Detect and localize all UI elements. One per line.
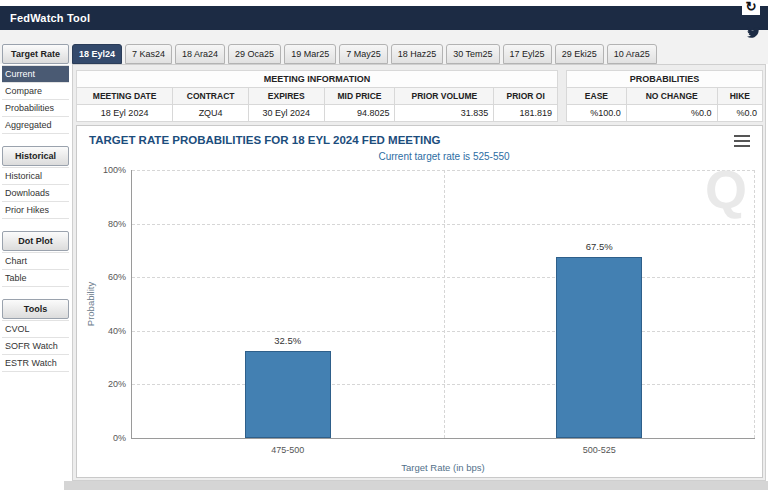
sidebar-item-aggregated[interactable]: Aggregated xyxy=(2,117,69,134)
sidebar-item-compare[interactable]: Compare xyxy=(2,83,69,100)
meeting-header-contract: CONTRACT xyxy=(173,88,249,105)
bar-500-525[interactable] xyxy=(556,257,642,438)
tab-18-eyl24[interactable]: 18 Eyl24 xyxy=(72,44,122,64)
probabilities-table: PROBABILITIESEASENO CHANGEHIKE%100.0%0.0… xyxy=(566,70,763,122)
meeting-value-3: 94.8025 xyxy=(324,105,395,122)
sidebar-navigation: Target RateCurrentCompareProbabilitiesAg… xyxy=(2,44,69,372)
bar-475-500[interactable] xyxy=(245,351,331,438)
sidebar-item-prior-hikes[interactable]: Prior Hikes xyxy=(2,202,69,219)
probabilities-header-ease: EASE xyxy=(567,88,627,105)
tab-7-may25[interactable]: 7 May25 xyxy=(339,44,388,64)
twitter-icon[interactable] xyxy=(746,25,761,38)
meeting-title: MEETING INFORMATION xyxy=(77,71,558,88)
app-header-bar: FedWatch Tool xyxy=(0,6,768,30)
y-tick-label-60: 60% xyxy=(78,272,126,282)
meeting-date-tabs: 18 Eyl247 Kas2418 Ara2429 Oca2519 Mar257… xyxy=(72,44,657,64)
bar-value-label-475-500: 32.5% xyxy=(274,335,301,346)
fedwatch-tool-window: FedWatch Tool ↻ 18 Eyl247 Kas2418 Ara242… xyxy=(0,0,768,490)
sidebar-item-downloads[interactable]: Downloads xyxy=(2,185,69,202)
x-category-label-500-525: 500-525 xyxy=(583,445,616,455)
main-content-area: MEETING INFORMATIONMEETING DATECONTRACTE… xyxy=(72,64,766,481)
tab-18-ara24[interactable]: 18 Ara24 xyxy=(175,44,225,64)
sidebar-item-sofr-watch[interactable]: SOFR Watch xyxy=(2,338,69,355)
bottom-scrollbar-strip[interactable] xyxy=(64,481,768,490)
v-gridline-1 xyxy=(754,170,755,438)
meeting-information-table: MEETING INFORMATIONMEETING DATECONTRACTE… xyxy=(76,70,558,122)
probabilities-header-no-change: NO CHANGE xyxy=(626,88,717,105)
y-axis-title: Probability xyxy=(85,282,96,326)
tab-17-eyl25[interactable]: 17 Eyl25 xyxy=(503,44,552,64)
y-tick-label-100: 100% xyxy=(78,165,126,175)
tab-10-ara25[interactable]: 10 Ara25 xyxy=(607,44,657,64)
app-title: FedWatch Tool xyxy=(0,12,90,24)
tab-29-oca25[interactable]: 29 Oca25 xyxy=(228,44,281,64)
meeting-header-prior-volume: PRIOR VOLUME xyxy=(395,88,494,105)
chart-title: TARGET RATE PROBABILITIES FOR 18 EYL 202… xyxy=(89,134,440,146)
probabilities-value-0: %100.0 xyxy=(567,105,627,122)
probabilities-value-1: %0.0 xyxy=(626,105,717,122)
chart-subtitle: Current target rate is 525-550 xyxy=(132,151,756,162)
v-gridline-0 xyxy=(444,170,445,438)
probabilities-header-hike: HIKE xyxy=(717,88,762,105)
refresh-icon[interactable]: ↻ xyxy=(742,0,760,15)
tab-7-kas24[interactable]: 7 Kas24 xyxy=(125,44,172,64)
sidebar-item-table[interactable]: Table xyxy=(2,270,69,287)
sidebar-item-historical[interactable]: Historical xyxy=(2,167,69,185)
tab-30-tem25[interactable]: 30 Tem25 xyxy=(446,44,499,64)
sidebar-item-probabilities[interactable]: Probabilities xyxy=(2,100,69,117)
y-tick-label-80: 80% xyxy=(78,219,126,229)
meeting-value-0: 18 Eyl 2024 xyxy=(77,105,173,122)
meeting-value-1: ZQU4 xyxy=(173,105,249,122)
meeting-header-expires: EXPIRES xyxy=(249,88,325,105)
meeting-header-mid-price: MID PRICE xyxy=(324,88,395,105)
sidebar-item-cvol[interactable]: CVOL xyxy=(2,320,69,338)
probabilities-value-2: %0.0 xyxy=(717,105,762,122)
meeting-header-meeting-date: MEETING DATE xyxy=(77,88,173,105)
y-tick-label-20: 20% xyxy=(78,379,126,389)
meeting-value-5: 181.819 xyxy=(494,105,558,122)
sidebar-group-tools[interactable]: Tools xyxy=(2,299,69,319)
bar-value-label-500-525: 67.5% xyxy=(586,241,613,252)
chart-menu-icon[interactable] xyxy=(734,135,750,147)
tab-19-mar25[interactable]: 19 Mar25 xyxy=(284,44,336,64)
meeting-value-4: 31.835 xyxy=(395,105,494,122)
sidebar-group-dot-plot[interactable]: Dot Plot xyxy=(2,231,69,251)
bar-chart-plot-area: 0%20%40%60%80%100%Q32.5%475-50067.5%500-… xyxy=(131,170,755,439)
sidebar-item-current[interactable]: Current xyxy=(2,65,69,83)
meeting-value-2: 30 Eyl 2024 xyxy=(249,105,325,122)
sidebar-group-target-rate[interactable]: Target Rate xyxy=(2,44,69,64)
tab-29-eki25[interactable]: 29 Eki25 xyxy=(555,44,604,64)
x-axis-title: Target Rate (in bps) xyxy=(131,462,755,473)
cme-watermark-logo: Q xyxy=(705,162,747,216)
sidebar-group-historical[interactable]: Historical xyxy=(2,146,69,166)
tab-18-haz25[interactable]: 18 Haz25 xyxy=(391,44,444,64)
probabilities-title: PROBABILITIES xyxy=(567,71,763,88)
y-tick-label-40: 40% xyxy=(78,326,126,336)
y-tick-label-0: 0% xyxy=(78,433,126,443)
chart-panel: TARGET RATE PROBABILITIES FOR 18 EYL 202… xyxy=(76,125,763,478)
sidebar-item-chart[interactable]: Chart xyxy=(2,252,69,270)
meeting-header-prior-oi: PRIOR OI xyxy=(494,88,558,105)
x-category-label-475-500: 475-500 xyxy=(271,445,304,455)
sidebar-item-estr-watch[interactable]: ESTR Watch xyxy=(2,355,69,372)
